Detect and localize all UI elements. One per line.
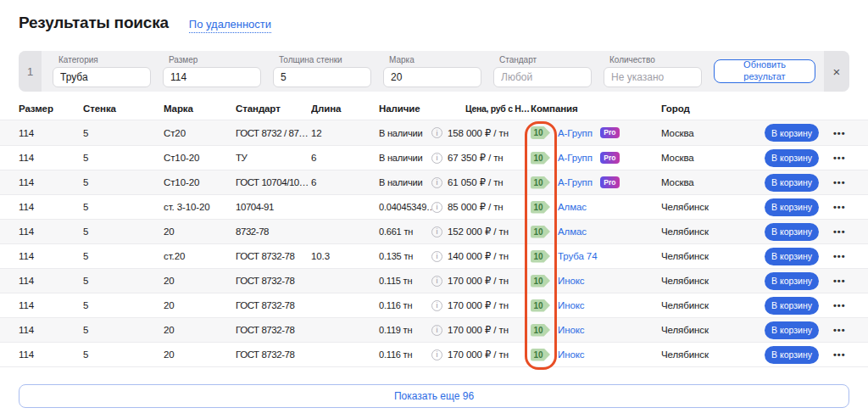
filter-input-size[interactable] bbox=[163, 67, 261, 87]
company-link[interactable]: Алмас bbox=[558, 226, 587, 237]
company-link[interactable]: А-Групп bbox=[558, 153, 593, 163]
page-header: Результаты поиска По удаленности bbox=[19, 14, 868, 34]
info-icon[interactable]: i bbox=[431, 226, 442, 237]
table-row: 1145Ст10-20ГОСТ 10704/10…6В наличииi61 0… bbox=[0, 170, 868, 194]
info-icon[interactable]: i bbox=[431, 276, 442, 287]
cell-city: Челябинск bbox=[661, 325, 760, 335]
cell-grade: ст.20 bbox=[164, 251, 236, 261]
cell-wall: 5 bbox=[83, 177, 164, 187]
filter-input-standard[interactable] bbox=[493, 67, 592, 87]
company-link[interactable]: Алмас bbox=[558, 202, 587, 212]
company-link[interactable]: Инокс bbox=[558, 349, 584, 360]
cell-wall: 5 bbox=[83, 226, 164, 237]
more-options-button[interactable]: ••• bbox=[828, 300, 849, 310]
close-filter-button[interactable]: × bbox=[824, 51, 849, 92]
sort-by-distance-link[interactable]: По удаленности bbox=[189, 18, 271, 33]
cell-availability: 0.04045349… bbox=[379, 202, 431, 212]
cell-cart: В корзину bbox=[760, 248, 828, 265]
more-options-button[interactable]: ••• bbox=[828, 276, 849, 286]
more-options-button[interactable]: ••• bbox=[828, 202, 849, 212]
more-options-button[interactable]: ••• bbox=[828, 153, 849, 163]
add-to-cart-button[interactable]: В корзину bbox=[765, 321, 819, 339]
add-to-cart-button[interactable]: В корзину bbox=[765, 149, 819, 167]
add-to-cart-button[interactable]: В корзину bbox=[765, 346, 819, 364]
cell-availability: 0.115 тн bbox=[379, 276, 431, 286]
pro-badge: Pro bbox=[600, 176, 620, 188]
price-text: 170 000 ₽ / тн bbox=[448, 324, 509, 336]
company-link[interactable]: Инокс bbox=[558, 276, 584, 286]
info-icon[interactable]: i bbox=[431, 300, 442, 311]
cell-grade: 20 bbox=[164, 276, 236, 286]
table-row: 1145ст.20ГОСТ 8732-7810.30.135 тнi140 00… bbox=[0, 243, 868, 268]
more-options-button[interactable]: ••• bbox=[828, 325, 849, 335]
cell-price: i170 000 ₽ / тн bbox=[431, 275, 531, 287]
pro-badge: Pro bbox=[600, 127, 620, 139]
cell-price: i170 000 ₽ / тн bbox=[431, 349, 531, 360]
info-icon[interactable]: i bbox=[431, 127, 442, 138]
column-header: Стенка bbox=[83, 103, 164, 114]
update-results-button[interactable]: Обновить результат bbox=[714, 59, 815, 83]
price-text: 140 000 ₽ / тн bbox=[448, 250, 509, 262]
column-header: Наличие bbox=[379, 103, 431, 114]
info-icon[interactable]: i bbox=[431, 202, 442, 213]
results-table-body: 1145Ст20ГОСТ 8732 / 87…12В наличииi158 0… bbox=[0, 120, 868, 367]
cell-price: i170 000 ₽ / тн bbox=[431, 299, 531, 311]
filter-index: 1 bbox=[19, 51, 42, 92]
filter-input-category[interactable] bbox=[53, 67, 151, 87]
info-icon[interactable]: i bbox=[431, 251, 442, 262]
cell-company: 10А-ГруппPro bbox=[531, 126, 661, 139]
column-header: Марка bbox=[164, 103, 236, 114]
column-header: Компания bbox=[531, 103, 661, 114]
table-row: 1145Ст10-20ТУ6В наличииi67 350 ₽ / тн10А… bbox=[0, 145, 868, 170]
quantity-badge: 10 bbox=[531, 201, 550, 214]
cell-wall: 5 bbox=[83, 276, 164, 286]
add-to-cart-button[interactable]: В корзину bbox=[765, 198, 819, 216]
cell-city: Челябинск bbox=[661, 251, 760, 261]
cell-grade: Ст10-20 bbox=[164, 153, 236, 163]
more-options-button[interactable]: ••• bbox=[828, 226, 849, 237]
cell-length: 12 bbox=[311, 128, 379, 138]
add-to-cart-button[interactable]: В корзину bbox=[765, 223, 819, 241]
cell-cart: В корзину bbox=[760, 272, 828, 290]
more-options-button[interactable]: ••• bbox=[828, 128, 849, 138]
filter-input-quantity[interactable] bbox=[604, 67, 702, 87]
company-link[interactable]: Инокс bbox=[558, 300, 584, 310]
info-icon[interactable]: i bbox=[431, 349, 442, 360]
cell-size: 114 bbox=[19, 276, 83, 286]
add-to-cart-button[interactable]: В корзину bbox=[765, 124, 819, 142]
cell-grade: 20 bbox=[164, 226, 236, 237]
filter-input-grade[interactable] bbox=[383, 67, 481, 87]
more-options-button[interactable]: ••• bbox=[828, 349, 849, 360]
add-to-cart-button[interactable]: В корзину bbox=[765, 174, 819, 192]
cell-standard: ГОСТ 8732-78 bbox=[236, 349, 311, 360]
cell-cart: В корзину bbox=[760, 223, 828, 241]
info-icon[interactable]: i bbox=[431, 153, 442, 164]
add-to-cart-button[interactable]: В корзину bbox=[765, 272, 819, 290]
company-link[interactable]: Инокс bbox=[558, 325, 584, 335]
filter-bar: 1 КатегорияРазмерТолщина стенкиМаркаСтан… bbox=[19, 51, 849, 92]
info-icon[interactable]: i bbox=[431, 325, 442, 336]
add-to-cart-button[interactable]: В корзину bbox=[765, 297, 819, 315]
company-link[interactable]: А-Групп bbox=[558, 128, 593, 138]
more-options-button[interactable]: ••• bbox=[828, 251, 849, 261]
info-icon[interactable]: i bbox=[431, 177, 442, 188]
column-header: Размер bbox=[19, 103, 83, 114]
filter-label-standard: Стандарт bbox=[499, 55, 592, 64]
cell-price: i152 000 ₽ / тн bbox=[431, 226, 531, 237]
cell-wall: 5 bbox=[83, 128, 164, 138]
show-more-button[interactable]: Показать еще 96 bbox=[19, 384, 849, 408]
column-header: Стандарт bbox=[236, 103, 311, 114]
price-text: 170 000 ₽ / тн bbox=[448, 275, 509, 287]
cell-city: Москва bbox=[661, 177, 760, 187]
company-link[interactable]: Труба 74 bbox=[558, 251, 597, 261]
add-to-cart-button[interactable]: В корзину bbox=[765, 248, 819, 265]
cell-price: i67 350 ₽ / тн bbox=[431, 152, 531, 164]
table-row: 1145Ст20ГОСТ 8732 / 87…12В наличииi158 0… bbox=[0, 120, 868, 145]
cell-size: 114 bbox=[19, 300, 83, 310]
cell-availability: В наличии bbox=[379, 128, 431, 138]
filter-input-wall-thickness[interactable] bbox=[273, 67, 371, 87]
quantity-badge: 10 bbox=[531, 275, 550, 288]
more-options-button[interactable]: ••• bbox=[828, 177, 849, 187]
price-text: 170 000 ₽ / тн bbox=[448, 299, 509, 311]
company-link[interactable]: А-Групп bbox=[558, 177, 593, 187]
